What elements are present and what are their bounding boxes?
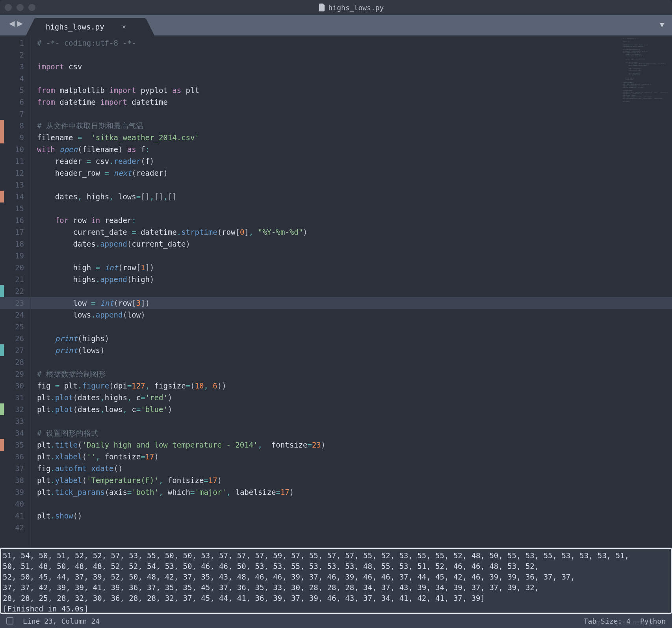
line-number: 34 (0, 427, 30, 439)
code-line[interactable]: plt.plot(dates,lows, c='blue') (37, 403, 672, 415)
line-number: 2 (0, 49, 30, 61)
title-bar: highs_lows.py (0, 0, 672, 15)
code-line[interactable]: high = int(row[1]) (37, 262, 672, 273)
code-area[interactable]: # -*- coding:utf-8 -*- import csv from m… (31, 35, 672, 548)
gutter-marker (0, 344, 4, 356)
console-output[interactable]: 51, 54, 50, 51, 52, 52, 57, 53, 55, 50, … (0, 548, 672, 614)
code-line[interactable]: reader = csv.reader(f) (37, 155, 672, 167)
code-line[interactable]: print(highs) (37, 333, 672, 344)
minimize-window-button[interactable] (17, 4, 24, 11)
code-line[interactable]: lows.append(low) (37, 309, 672, 321)
code-line[interactable] (37, 415, 672, 427)
line-number: 4 (0, 72, 30, 84)
line-number: 3 (0, 61, 30, 72)
watermark: https://blog.csdn.net/anger_17 (592, 619, 666, 626)
code-line[interactable] (37, 49, 672, 61)
line-number: 41 (0, 510, 30, 522)
code-line[interactable]: fig = plt.figure(dpi=127, figsize=(10, 6… (37, 380, 672, 392)
code-line[interactable]: from matplotlib import pyplot as plt (37, 84, 672, 96)
code-line[interactable] (37, 203, 672, 214)
line-number: 5 (0, 84, 30, 96)
gutter-marker (0, 191, 4, 203)
line-number: 27 (0, 344, 30, 356)
line-number: 36 (0, 451, 30, 463)
line-number: 17 (0, 226, 30, 238)
line-number: 12 (0, 167, 30, 179)
code-line[interactable] (37, 356, 672, 368)
line-number: 24 (0, 309, 30, 321)
code-line[interactable]: plt.plot(dates,highs, c='red') (37, 392, 672, 403)
code-line[interactable] (37, 285, 672, 297)
code-line[interactable] (37, 321, 672, 333)
code-line[interactable]: with open(filename) as f: (37, 143, 672, 155)
status-cursor-position[interactable]: Line 23, Column 24 (23, 617, 100, 625)
line-number: 15 (0, 203, 30, 214)
code-line[interactable]: # 从文件中获取日期和最高气温 (37, 120, 672, 132)
line-number: 13 (0, 179, 30, 191)
line-number: 38 (0, 474, 30, 486)
close-window-button[interactable] (5, 4, 12, 11)
line-number: 37 (0, 463, 30, 474)
line-number: 11 (0, 155, 30, 167)
line-number: 19 (0, 250, 30, 262)
code-line[interactable]: print(lows) (37, 344, 672, 356)
code-line[interactable] (37, 72, 672, 84)
code-line[interactable]: plt.ylabel('Temperature(F)', fontsize=17… (37, 474, 672, 486)
code-line[interactable]: plt.title('Daily high and low temperatur… (37, 439, 672, 451)
line-number: 35 (0, 439, 30, 451)
nav-forward-icon[interactable]: ▶ (17, 18, 22, 29)
code-line[interactable] (37, 108, 672, 120)
code-line[interactable] (37, 250, 672, 262)
code-line[interactable]: for row in reader: (37, 214, 672, 226)
gutter-marker (0, 120, 4, 132)
line-number: 30 (0, 380, 30, 392)
code-line[interactable]: highs.append(high) (37, 273, 672, 285)
code-line[interactable]: from datetime import datetime (37, 96, 672, 108)
code-line[interactable]: dates.append(current_date) (37, 238, 672, 250)
gutter: 1234567891011121314151617181920212223242… (0, 35, 31, 548)
code-line[interactable] (37, 498, 672, 510)
tab-close-icon[interactable]: × (122, 23, 126, 31)
line-number: 10 (0, 143, 30, 155)
code-line[interactable]: header_row = next(reader) (37, 167, 672, 179)
line-number: 23 (0, 297, 30, 309)
line-number: 29 (0, 368, 30, 380)
line-number: 31 (0, 392, 30, 403)
window-title: highs_lows.py (35, 4, 667, 12)
status-bar: Line 23, Column 24 Tab Size: 4 Python (0, 614, 672, 628)
code-line[interactable]: fig.autofmt_xdate() (37, 463, 672, 474)
line-number: 1 (0, 37, 30, 49)
file-icon (319, 4, 325, 11)
window-title-text: highs_lows.py (329, 4, 384, 12)
line-number: 28 (0, 356, 30, 368)
status-menu-icon[interactable] (6, 617, 13, 624)
code-line[interactable]: plt.xlabel('', fontsize=17) (37, 451, 672, 463)
code-line[interactable]: # 设置图形的格式 (37, 427, 672, 439)
tab-label: highs_lows.py (46, 22, 104, 31)
code-line[interactable] (37, 179, 672, 191)
code-line[interactable]: plt.tick_params(axis='both', which='majo… (37, 486, 672, 498)
tab-dropdown-icon[interactable]: ▼ (660, 20, 664, 29)
traffic-lights (5, 4, 35, 11)
line-number: 21 (0, 273, 30, 285)
line-number: 39 (0, 486, 30, 498)
code-line[interactable]: filename = 'sitka_weather_2014.csv' (37, 132, 672, 143)
code-line[interactable]: current_date = datetime.strptime(row[0],… (37, 226, 672, 238)
maximize-window-button[interactable] (28, 4, 35, 11)
gutter-marker (0, 403, 4, 415)
code-line[interactable]: # 根据数据绘制图形 (37, 368, 672, 380)
code-line[interactable] (37, 522, 672, 533)
code-line[interactable]: # -*- coding:utf-8 -*- (37, 37, 672, 49)
line-number: 8 (0, 120, 30, 132)
code-line[interactable]: import csv (37, 61, 672, 72)
line-number: 40 (0, 498, 30, 510)
code-line[interactable]: low = int(row[3]) (37, 297, 672, 309)
code-line[interactable]: plt.show() (37, 510, 672, 522)
line-number: 18 (0, 238, 30, 250)
line-number: 6 (0, 96, 30, 108)
nav-back-icon[interactable]: ◀ (9, 18, 15, 29)
line-number: 9 (0, 132, 30, 143)
code-line[interactable]: dates, highs, lows=[],[],[] (37, 191, 672, 203)
tab-file[interactable]: highs_lows.py × (35, 18, 146, 35)
line-number: 20 (0, 262, 30, 273)
